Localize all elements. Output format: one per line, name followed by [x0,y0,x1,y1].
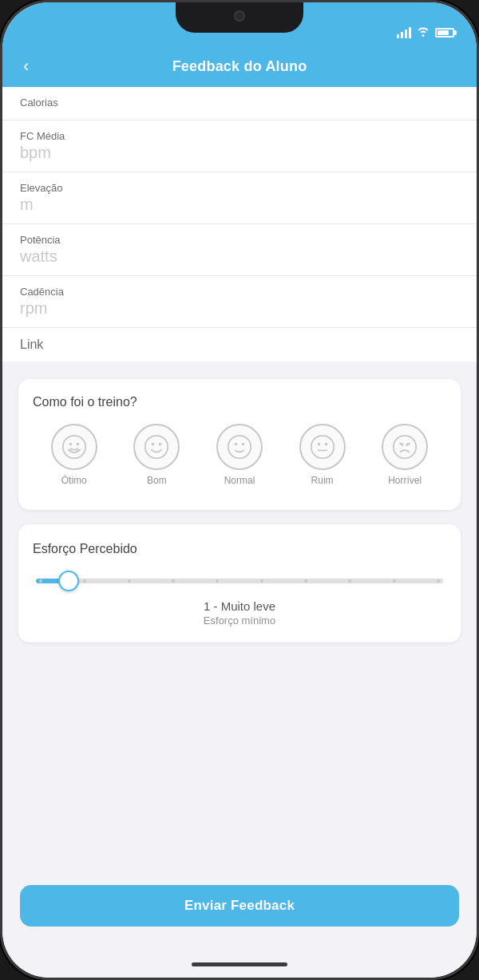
emoji-label-normal: Normal [224,475,255,486]
emoji-item-otimo[interactable]: Ótimo [51,424,97,486]
emoji-label-ruim: Ruim [311,475,334,486]
nav-bar: ‹ Feedback do Aluno [2,45,477,87]
field-label-calorias: Calorias [20,97,459,109]
emoji-circle-bom [133,424,180,470]
training-feedback-title: Como foi o treino? [33,395,446,409]
svg-point-10 [311,436,333,458]
field-fc-media: FC Média bpm [2,121,477,172]
effort-title: Esforço Percebido [33,542,446,556]
svg-point-5 [152,443,155,446]
field-value-fc: bpm [20,144,459,162]
field-calorias: Calorias [2,87,477,121]
emoji-circle-ruim [299,424,346,470]
svg-point-0 [63,436,85,458]
svg-point-1 [69,443,73,446]
training-feedback-card: Como foi o treino? [18,379,461,510]
emoji-circle-normal [216,424,263,470]
slider-dots [36,579,443,583]
effort-level-text: 1 - Muito leve [33,599,446,613]
submit-button[interactable]: Enviar Feedback [20,885,459,927]
svg-point-6 [159,443,162,446]
svg-point-2 [76,443,79,446]
emoji-item-normal[interactable]: Normal [216,424,263,486]
phone-shell: ‹ Feedback do Aluno Calorias FC Média bp… [0,0,479,980]
bottom-bar: Enviar Feedback [2,877,477,950]
content-scroll[interactable]: Calorias FC Média bpm Elevação m Potênci… [2,87,477,877]
field-label-cadencia: Cadência [20,286,459,298]
divider-1 [2,362,477,379]
svg-point-9 [242,443,245,446]
svg-point-7 [228,436,251,458]
field-potencia: Potência watts [2,224,477,276]
page-title: Feedback do Aluno [172,58,307,75]
svg-point-12 [317,443,320,446]
signal-icon [397,27,411,38]
notch-camera [234,10,245,22]
field-cadencia: Cadência rpm [2,276,477,328]
field-value-potencia: watts [20,247,459,266]
status-icons [397,26,454,39]
battery-icon [435,28,454,38]
slider-container[interactable] [33,579,446,583]
svg-point-14 [394,436,416,458]
slider-track [36,579,443,583]
back-button[interactable]: ‹ [17,49,35,83]
emoji-label-horrivel: Horrível [388,475,422,486]
emoji-item-bom[interactable]: Bom [133,424,180,486]
field-value-cadencia: rpm [20,299,459,318]
emoji-label-otimo: Ótimo [61,475,87,486]
field-label-potencia: Potência [20,234,459,246]
emoji-item-horrivel[interactable]: Horrível [382,424,428,486]
field-label-fc: FC Média [20,130,459,142]
emoji-row: Ótimo Bom [33,424,446,486]
field-elevacao: Elevação m [2,172,477,224]
emoji-circle-otimo [51,424,97,470]
svg-line-17 [406,444,410,445]
effort-text: 1 - Muito leve Esforço mínimo [33,599,446,626]
svg-point-13 [324,443,327,446]
svg-line-18 [401,444,404,445]
svg-point-8 [235,443,238,446]
field-label-link: Link [20,338,459,352]
emoji-label-bom: Bom [147,475,167,486]
field-label-elevacao: Elevação [20,182,459,194]
field-value-elevacao: m [20,196,459,214]
effort-desc-text: Esforço mínimo [33,614,446,626]
wifi-icon [416,26,430,39]
emoji-circle-horrivel [382,424,428,470]
svg-point-4 [145,436,168,458]
screen: ‹ Feedback do Aluno Calorias FC Média bp… [2,2,477,978]
effort-card: Esforço Percebido [18,524,461,642]
home-indicator [2,950,477,978]
home-bar [192,962,287,966]
field-link: Link [2,328,477,362]
fields-section: Calorias FC Média bpm Elevação m Potênci… [2,87,477,362]
emoji-item-ruim[interactable]: Ruim [299,424,346,486]
